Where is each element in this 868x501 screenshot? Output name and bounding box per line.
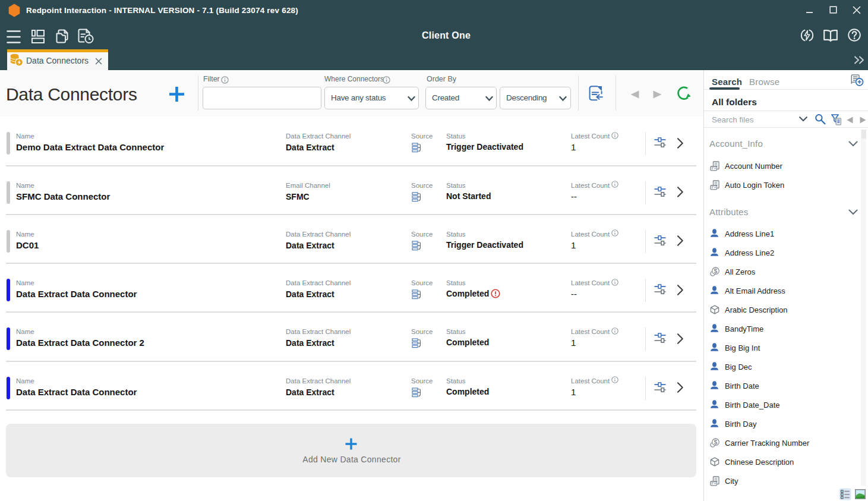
svg-text:$: $ bbox=[714, 267, 718, 275]
svg-text:$: $ bbox=[714, 439, 718, 446]
